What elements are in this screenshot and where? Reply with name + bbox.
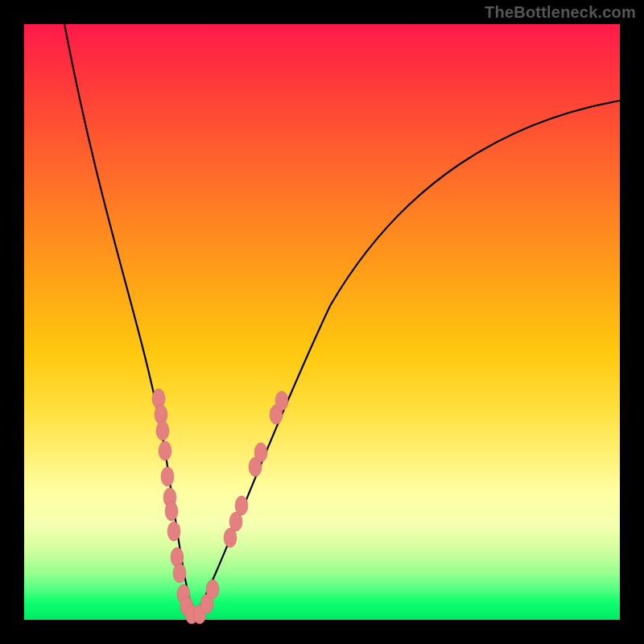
data-marker [161, 467, 174, 486]
plot-area [24, 24, 620, 620]
chart-frame: TheBottleneck.com [0, 0, 644, 644]
data-marker [159, 441, 171, 460]
curve-layer [24, 24, 620, 620]
data-markers [152, 389, 288, 624]
data-marker [156, 421, 169, 440]
data-marker [254, 443, 267, 462]
watermark-text: TheBottleneck.com [485, 3, 636, 22]
data-marker [206, 580, 219, 599]
data-marker [167, 522, 180, 541]
data-marker [235, 496, 248, 515]
data-marker [275, 391, 288, 411]
data-marker [165, 502, 178, 521]
data-marker [173, 564, 186, 583]
curve-right-branch [195, 101, 620, 616]
